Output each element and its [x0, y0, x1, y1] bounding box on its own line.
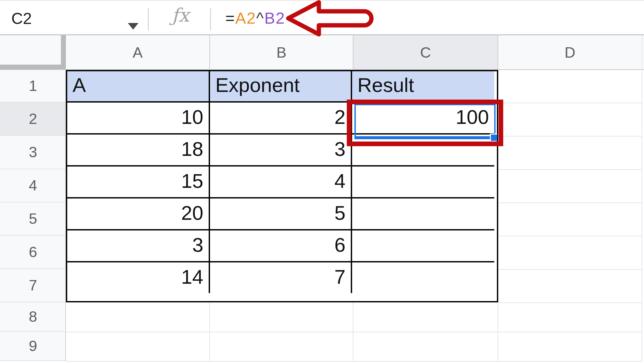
cell-A1[interactable]: A: [67, 71, 210, 103]
cell-A4[interactable]: 15: [67, 167, 210, 198]
gridline: [498, 136, 642, 137]
gridline: [498, 202, 642, 203]
gridline: [498, 302, 498, 361]
gridline: [66, 361, 642, 362]
row-header-5[interactable]: 5: [0, 202, 66, 236]
row-header-8[interactable]: 8: [0, 302, 66, 332]
row-header-6[interactable]: 6: [0, 236, 66, 269]
cell-C1[interactable]: Result: [352, 71, 494, 103]
formula-input[interactable]: =A2^B2: [225, 9, 285, 27]
spreadsheet-app: { "toolbar": { "cell_reference": "C2", "…: [0, 0, 644, 363]
cell-B1[interactable]: Exponent: [210, 71, 352, 103]
column-header-b[interactable]: B: [210, 35, 353, 70]
cell-C4-empty[interactable]: [352, 167, 494, 198]
row-header-9[interactable]: 9: [0, 332, 66, 361]
cell-C5-empty[interactable]: [352, 198, 494, 230]
cell-A2[interactable]: 10: [67, 103, 210, 135]
cell-B4[interactable]: 4: [210, 167, 352, 198]
gridline: [498, 302, 642, 303]
cell-B2[interactable]: 2: [210, 103, 352, 135]
cell-A5[interactable]: 20: [67, 198, 210, 230]
fill-handle[interactable]: [490, 134, 497, 141]
column-header-d[interactable]: D: [498, 35, 642, 70]
toolbar-divider: [210, 8, 211, 30]
toolbar-divider: [148, 8, 149, 30]
gridline: [498, 236, 642, 236]
gridline: [209, 302, 210, 361]
cell-A6[interactable]: 3: [67, 230, 210, 262]
cell-C6-empty[interactable]: [352, 230, 494, 262]
formula-toolbar: C2 ƒx =A2^B2: [0, 1, 644, 34]
cell-B7[interactable]: 7: [210, 262, 352, 293]
row-header-3[interactable]: 3: [0, 136, 66, 169]
cell-B6[interactable]: 6: [210, 230, 352, 262]
fx-icon: ƒx: [172, 4, 189, 26]
column-header-a[interactable]: A: [66, 35, 210, 70]
formula-operator: ^: [256, 9, 265, 27]
cell-B5[interactable]: 5: [210, 198, 352, 230]
cell-C3-empty[interactable]: [352, 135, 494, 167]
row-header-1[interactable]: 1: [0, 70, 66, 103]
name-box-dropdown-icon[interactable]: [128, 23, 138, 30]
cell-A3[interactable]: 18: [67, 135, 210, 167]
row-header-4[interactable]: 4: [0, 169, 66, 202]
column-header-c[interactable]: C: [353, 35, 498, 70]
cell-B3[interactable]: 3: [210, 135, 352, 167]
gridline: [498, 269, 642, 270]
formula-ref-a2: A2: [235, 9, 256, 27]
cell-A7[interactable]: 14: [67, 262, 210, 293]
gridline: [642, 35, 642, 361]
gridline: [498, 103, 642, 103]
formula-ref-b2: B2: [264, 9, 285, 27]
row-header-2[interactable]: 2: [0, 103, 66, 136]
active-cell-selection-border: [354, 104, 496, 139]
formula-equals: =: [225, 9, 235, 27]
cell-C7-empty[interactable]: [352, 262, 494, 293]
name-box[interactable]: C2: [11, 9, 32, 28]
row-header-7[interactable]: 7: [0, 269, 66, 302]
gridline: [66, 332, 642, 332]
gridline: [498, 169, 642, 170]
gridline: [353, 302, 353, 361]
